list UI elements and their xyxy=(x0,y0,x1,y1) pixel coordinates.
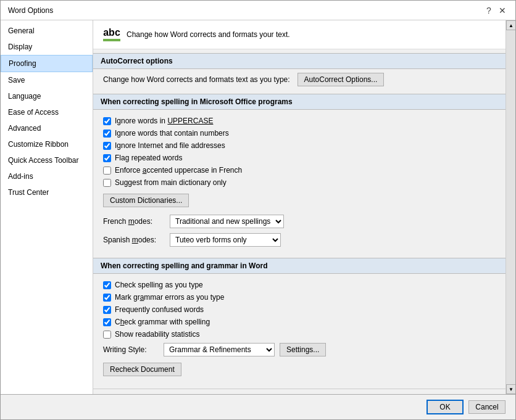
title-bar-buttons: ? ✕ xyxy=(483,5,508,16)
dialog-title: Word Options xyxy=(8,6,53,15)
autocorrect-options-button[interactable]: AutoCorrect Options... xyxy=(298,73,385,86)
autocorrect-row: Change how Word corrects and formats tex… xyxy=(93,69,506,90)
chk-main-dict-label: Suggest from main dictionary only xyxy=(115,178,227,187)
chk-grammar-spell[interactable] xyxy=(103,318,111,326)
chk-numbers-label: Ignore words that contain numbers xyxy=(115,129,229,138)
scroll-down-button[interactable]: ▼ xyxy=(506,384,515,394)
chk-readability-label: Show readability statistics xyxy=(115,330,199,339)
header-description: Change how Word corrects and formats you… xyxy=(127,30,290,39)
chk-french-label: Enforce accented uppercase in French xyxy=(115,166,242,175)
chk-numbers[interactable] xyxy=(103,130,111,138)
chk-spell-type-row: Check spelling as you type xyxy=(103,279,496,291)
french-modes-label: French modes: xyxy=(103,217,165,226)
chk-grammar-spell-label: Check grammar with spelling xyxy=(115,318,210,326)
sidebar-item-save[interactable]: Save xyxy=(1,72,93,88)
spanish-modes-row: Spanish modes: Tuteo verb forms only Tut… xyxy=(103,231,496,249)
spelling-word-header: When correcting spelling and grammar in … xyxy=(93,258,506,274)
sidebar-item-advanced[interactable]: Advanced xyxy=(1,120,93,136)
writing-style-row: Writing Style: Grammar & Refinements Gra… xyxy=(103,340,496,359)
main-panel: abc Change how Word corrects and formats… xyxy=(93,20,506,394)
main-header: abc Change how Word corrects and formats… xyxy=(93,20,506,49)
sidebar-item-display[interactable]: Display xyxy=(1,39,93,55)
chk-grammar-type-row: Mark grammar errors as you type xyxy=(103,291,496,303)
sidebar-item-customize-ribbon[interactable]: Customize Ribbon xyxy=(1,136,93,152)
chk-internet-label: Ignore Internet and file addresses xyxy=(115,141,225,150)
sidebar-item-quick-access[interactable]: Quick Access Toolbar xyxy=(1,152,93,168)
word-options-dialog: Word Options ? ✕ General Display Proofin… xyxy=(0,0,516,420)
chk-uppercase-label: Ignore words in UPPERCASE xyxy=(115,117,213,125)
sidebar-item-add-ins[interactable]: Add-ins xyxy=(1,168,93,184)
chk-repeated-label: Flag repeated words xyxy=(115,154,182,162)
main-with-scroll: abc Change how Word corrects and formats… xyxy=(93,20,515,394)
chk-french-row: Enforce accented uppercase in French xyxy=(103,164,496,176)
chk-grammar-type[interactable] xyxy=(103,294,111,302)
main-content: AutoCorrect options Change how Word corr… xyxy=(93,49,506,394)
spanish-modes-select[interactable]: Tuteo verb forms only Tuteo and voseo ve… xyxy=(170,233,281,247)
chk-repeated-row: Flag repeated words xyxy=(103,152,496,164)
dialog-body: General Display Proofing Save Language E… xyxy=(1,20,515,394)
sidebar-item-proofing[interactable]: Proofing xyxy=(1,55,93,72)
chk-confused[interactable] xyxy=(103,306,111,314)
spanish-modes-label: Spanish modes: xyxy=(103,236,165,244)
chk-french[interactable] xyxy=(103,167,111,175)
chk-grammar-type-label: Mark grammar errors as you type xyxy=(115,293,224,302)
scrollbar: ▲ ▼ xyxy=(506,20,515,394)
chk-confused-label: Frequently confused words xyxy=(115,305,204,314)
chk-uppercase[interactable] xyxy=(103,117,111,125)
title-bar-left: Word Options xyxy=(8,6,53,15)
chk-numbers-row: Ignore words that contain numbers xyxy=(103,127,496,139)
settings-button[interactable]: Settings... xyxy=(280,343,326,356)
chk-spell-type-label: Check spelling as you type xyxy=(115,281,203,289)
exceptions-row: Exceptions for: 📄 Side-by-Side Paragraph… xyxy=(93,389,506,394)
chk-grammar-spell-row: Check grammar with spelling xyxy=(103,316,496,328)
autocorrect-section-header: AutoCorrect options xyxy=(93,53,506,69)
writing-style-select[interactable]: Grammar & Refinements Grammar Only xyxy=(164,343,275,356)
ok-button[interactable]: OK xyxy=(427,400,464,414)
spelling-ms-content: Ignore words in UPPERCASE Ignore words t… xyxy=(93,110,506,254)
abc-label: abc xyxy=(103,28,120,38)
french-modes-select[interactable]: Traditional and new spellings Traditiona… xyxy=(170,215,284,228)
uppercase-text: UPPERCASE xyxy=(167,117,213,125)
custom-dictionaries-button[interactable]: Custom Dictionaries... xyxy=(103,194,189,207)
custom-dict-label: Custom Dictionaries... xyxy=(110,196,182,205)
dialog-footer: OK Cancel xyxy=(1,394,515,419)
chk-internet[interactable] xyxy=(103,142,111,150)
enforce-text: a xyxy=(143,166,147,175)
cancel-button[interactable]: Cancel xyxy=(468,400,506,414)
recheck-row: Recheck Document xyxy=(103,359,496,379)
scroll-track[interactable] xyxy=(506,30,515,384)
chk-uppercase-row: Ignore words in UPPERCASE xyxy=(103,115,496,127)
chk-readability[interactable] xyxy=(103,331,111,339)
sidebar: General Display Proofing Save Language E… xyxy=(1,20,93,394)
chk-spell-type[interactable] xyxy=(103,281,111,289)
sidebar-item-general[interactable]: General xyxy=(1,23,93,39)
sidebar-item-trust-center[interactable]: Trust Center xyxy=(1,184,93,200)
recheck-button[interactable]: Recheck Document xyxy=(103,363,181,376)
chk-main-dict-row: Suggest from main dictionary only xyxy=(103,176,496,189)
chk-internet-row: Ignore Internet and file addresses xyxy=(103,139,496,152)
chk-confused-row: Frequently confused words xyxy=(103,303,496,316)
spelling-ms-header: When correcting spelling in Microsoft Of… xyxy=(93,94,506,110)
sidebar-item-ease-of-access[interactable]: Ease of Access xyxy=(1,104,93,120)
abc-icon: abc xyxy=(103,28,120,41)
chk-repeated[interactable] xyxy=(103,154,111,162)
scroll-up-button[interactable]: ▲ xyxy=(506,20,515,30)
title-bar: Word Options ? ✕ xyxy=(1,1,515,20)
chk-main-dict[interactable] xyxy=(103,179,111,187)
writing-style-label: Writing Style: xyxy=(103,345,159,354)
chk-readability-row: Show readability statistics xyxy=(103,328,496,340)
help-button[interactable]: ? xyxy=(483,5,494,16)
autocorrect-label: Change how Word corrects and formats tex… xyxy=(103,75,290,84)
checkmark-bar xyxy=(103,39,120,41)
french-modes-row: French modes: Traditional and new spelli… xyxy=(103,212,496,231)
spelling-word-content: Check spelling as you type Mark grammar … xyxy=(93,274,506,384)
sidebar-item-language[interactable]: Language xyxy=(1,88,93,104)
close-button[interactable]: ✕ xyxy=(497,5,508,16)
